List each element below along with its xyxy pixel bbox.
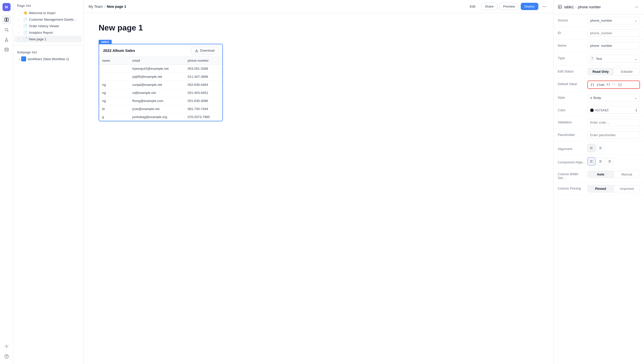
deploy-button[interactable]: Deploy xyxy=(521,3,538,10)
prop-col-width: Column Width Set... Auto Manual xyxy=(554,168,644,183)
prop-edit-status-value[interactable]: Read Only Editable xyxy=(587,68,640,75)
align-left-button[interactable] xyxy=(587,144,595,152)
source-select[interactable]: phone_number ⌄ xyxy=(587,17,640,24)
cell-name: ng xyxy=(99,81,129,89)
edit-status-toggle[interactable]: Read Only Editable xyxy=(587,68,640,75)
page-item-analytics[interactable]: › 📄 Analytics Report xyxy=(15,29,82,36)
page-item-order[interactable]: › 📄 Order History Viewer xyxy=(15,23,82,29)
page-icon: 📄 xyxy=(23,30,27,34)
prop-validation-value[interactable] xyxy=(587,119,640,126)
color-picker[interactable]: #171A1C 1 xyxy=(587,107,640,114)
editable-button[interactable]: Editable xyxy=(614,68,640,75)
nav-deploy-icon[interactable] xyxy=(2,35,11,44)
cell-name: ng xyxy=(99,97,129,105)
chevron-down-icon: ⌄ xyxy=(634,19,637,22)
svg-point-5 xyxy=(5,48,8,49)
col-pinning-pinned-button[interactable]: Pinned xyxy=(588,185,614,192)
prop-color-value[interactable]: #171A1C 1 xyxy=(587,107,640,114)
col-header-email: email xyxy=(129,57,185,65)
default-value-input[interactable] xyxy=(587,81,640,89)
col-width-manual-button[interactable]: Manual xyxy=(614,171,640,178)
style-select[interactable]: A Body ⌄ xyxy=(587,94,640,101)
read-only-button[interactable]: Read Only xyxy=(588,68,614,75)
edit-button[interactable]: Edit xyxy=(466,3,479,10)
table-icon xyxy=(558,5,562,10)
page-item-new-page[interactable]: › 📄 New page 1 xyxy=(15,36,82,42)
prop-alignment: Alignment xyxy=(554,141,644,155)
table-row: ng cunjai@example.net 052-636-4464 xyxy=(99,81,222,89)
col-width-toggle[interactable]: Auto Manual xyxy=(587,171,640,178)
col-width-auto-button[interactable]: Auto xyxy=(588,171,614,178)
prop-id: ID xyxy=(554,27,644,40)
chevron-icon: › xyxy=(19,31,22,34)
download-label: Download xyxy=(200,49,215,52)
prop-name-value[interactable] xyxy=(587,42,640,49)
page-item-welcome[interactable]: 👋 Welcome to Hops! xyxy=(15,10,82,16)
prop-source-label: Source xyxy=(558,17,585,22)
prop-type-value[interactable]: T Text ⌄ xyxy=(587,55,640,63)
svg-point-17 xyxy=(635,7,636,8)
prop-color-label: Color xyxy=(558,107,585,112)
prop-validation-label: Validation xyxy=(558,119,585,124)
col-header-name: name xyxy=(99,57,129,65)
prop-edit-status-label: Edit Status xyxy=(558,68,585,73)
prop-col-width-value[interactable]: Auto Manual xyxy=(587,171,640,178)
component-align-right-button[interactable] xyxy=(606,157,614,165)
prop-source-value[interactable]: phone_number ⌄ xyxy=(587,17,640,24)
subpage-item-workflow[interactable]: › 🔷 workflow1 (New Workflow 1) xyxy=(15,55,82,63)
preview-button[interactable]: Preview xyxy=(499,3,518,10)
right-panel-breadcrumb: table1 › phone number xyxy=(564,5,631,9)
prop-id-value[interactable] xyxy=(587,29,640,37)
breadcrumb-team[interactable]: My Team xyxy=(89,5,103,9)
page-list-title: Page list xyxy=(13,4,83,10)
id-input[interactable] xyxy=(587,29,640,37)
page-icon: 📄 xyxy=(23,37,27,41)
data-table: name email phone number hyeonju43@exampl… xyxy=(99,57,222,121)
right-panel-header: table1 › phone number xyxy=(554,0,644,14)
align-center-button[interactable] xyxy=(596,144,605,152)
type-text-icon: T xyxy=(590,56,594,61)
component-align-left-button[interactable] xyxy=(587,157,595,165)
nav-data-icon[interactable] xyxy=(2,45,11,54)
right-panel-more-button[interactable] xyxy=(633,4,640,11)
nav-search-icon[interactable] xyxy=(2,25,11,34)
prop-style: Style A Body ⌄ xyxy=(554,92,644,104)
validation-input[interactable] xyxy=(587,119,640,126)
alignment-group xyxy=(587,144,640,152)
nav-help-icon[interactable] xyxy=(2,352,11,361)
share-button[interactable]: Share xyxy=(481,3,498,10)
col-pinning-toggle[interactable]: Pinned Unpinned xyxy=(587,185,640,192)
type-select-value: Text xyxy=(596,57,602,61)
cell-name xyxy=(99,73,129,81)
nav-settings-icon[interactable] xyxy=(2,342,11,351)
table-row: ng xi@example.net 031-403-4401 xyxy=(99,89,222,97)
prop-style-value[interactable]: A Body ⌄ xyxy=(587,94,640,101)
page-icon: 📄 xyxy=(23,24,27,28)
page-icon: 👋 xyxy=(23,11,27,15)
prop-source: Source phone_number ⌄ xyxy=(554,14,644,27)
page-item-customer[interactable]: › 📄 Customer Management Dashboard -... xyxy=(15,16,82,23)
icon-sidebar: M xyxy=(0,0,13,364)
cell-email: cunjai@example.net xyxy=(129,81,185,89)
chevron-down-icon: ⌄ xyxy=(634,96,637,100)
type-select[interactable]: T Text ⌄ xyxy=(587,55,640,63)
avatar[interactable]: M xyxy=(3,3,11,11)
prop-placeholder-value[interactable] xyxy=(587,131,640,139)
prop-placeholder: Placeholder xyxy=(554,129,644,141)
prop-col-pinning-value[interactable]: Pinned Unpinned xyxy=(587,185,640,192)
right-panel: table1 › phone number Source phone_numbe… xyxy=(553,0,644,364)
table-row: g junhobag@example.org 070-2073-7965 xyxy=(99,113,222,121)
table-header-row: 2022 Album Sales Download xyxy=(99,44,222,57)
svg-rect-0 xyxy=(5,18,6,21)
col-pinning-unpinned-button[interactable]: Unpinned xyxy=(614,185,640,192)
table-tag[interactable]: table1 xyxy=(99,40,112,44)
more-options-button[interactable] xyxy=(540,3,548,11)
placeholder-input[interactable] xyxy=(587,131,640,139)
prop-default-value-field[interactable] xyxy=(587,81,640,89)
download-button[interactable]: Download xyxy=(191,47,218,54)
component-align-center-button[interactable] xyxy=(596,157,605,165)
name-input[interactable] xyxy=(587,42,640,49)
nav-pages-icon[interactable] xyxy=(2,15,11,24)
table-row: yeji95@example.net 011-347-3698 xyxy=(99,73,222,81)
chevron-icon: › xyxy=(19,18,22,21)
